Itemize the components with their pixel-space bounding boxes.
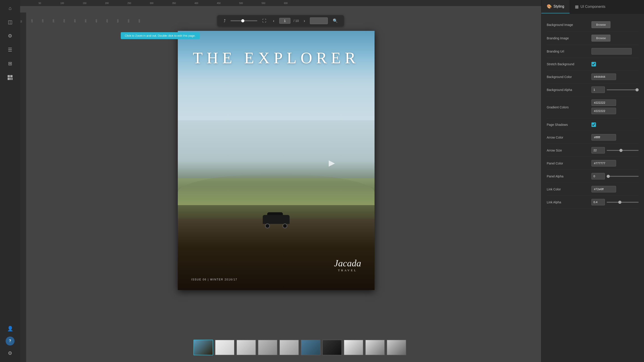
panel-content: Background Image Browse Branding Image B… [541, 14, 644, 213]
tooltip-banner: Click to Zoom in and out. Double click t… [121, 32, 200, 39]
background-alpha-slider[interactable] [607, 89, 639, 90]
background-alpha-number[interactable] [592, 86, 605, 93]
control-background-color [592, 73, 639, 80]
zoom-slider-thumb[interactable] [241, 19, 244, 22]
search-input[interactable] [310, 17, 328, 24]
control-arrow-size [592, 147, 639, 153]
ruler-left: 50100150200250 300350400450500 550600 [20, 12, 26, 362]
tab-ui-components[interactable]: ▦ UI Components [570, 0, 611, 13]
thumbnail-7[interactable] [344, 340, 363, 355]
prev-page-button[interactable]: ‹ [271, 18, 276, 24]
canvas-area[interactable]: 50100150200250 300350400450500 550600 ⤴ … [20, 6, 541, 362]
left-sidebar: ⌂ ◫ ⚙ ☰ ⊞ 👤 ? ⚙ [0, 0, 20, 362]
thumbnail-8[interactable] [365, 340, 385, 355]
help-icon[interactable]: ? [6, 337, 14, 346]
label-branding-url: Branding Url [547, 50, 592, 53]
control-gradient-colors [592, 99, 639, 115]
zoom-slider-track[interactable] [230, 20, 258, 21]
svg-rect-2 [8, 78, 10, 80]
thumbnail-0[interactable] [194, 340, 213, 355]
label-stretch-background: Stretch Background [547, 62, 592, 66]
row-gradient-colors: Gradient Colors [547, 96, 639, 118]
stretch-background-checkbox[interactable] [592, 62, 596, 66]
panel-alpha-number[interactable] [592, 173, 605, 179]
label-gradient-colors: Gradient Colors [547, 105, 592, 109]
tab-ui-components-label: UI Components [580, 5, 605, 9]
ui-components-tab-icon: ▦ [575, 4, 579, 9]
styling-tab-icon: 🎨 [547, 4, 552, 9]
panel-color-input[interactable] [592, 160, 616, 166]
next-page-button[interactable]: › [302, 18, 307, 24]
control-panel-color [592, 160, 639, 166]
search-button[interactable]: 🔍 [331, 17, 340, 24]
arrow-color-input[interactable] [592, 134, 616, 141]
browse-background-image-button[interactable]: Browse [592, 21, 610, 28]
control-branding-url [592, 48, 639, 54]
svg-rect-0 [8, 75, 10, 77]
label-background-alpha: Background Alpha [547, 88, 592, 92]
magazine-container[interactable]: THE EXPLORER Jacada TRAVEL ISSUE 06 | WI… [178, 31, 374, 290]
magazine-logo: Jacada TRAVEL [334, 258, 361, 272]
settings-icon[interactable]: ⚙ [4, 30, 16, 42]
background-color-input[interactable] [592, 73, 616, 80]
right-panel: 🎨 Styling ▦ UI Components Background Ima… [541, 0, 644, 362]
control-panel-alpha [592, 173, 639, 179]
next-arrow-button[interactable]: ▶ [329, 158, 335, 168]
thumbnail-3[interactable] [258, 340, 278, 355]
magazine-issue: ISSUE 06 | WINTER 2016/17 [191, 278, 238, 281]
thumbnail-1[interactable] [215, 340, 234, 355]
menu-icon[interactable]: ☰ [4, 44, 16, 56]
page-shadows-checkbox[interactable] [592, 122, 596, 127]
control-link-alpha [592, 199, 639, 205]
control-page-shadows [592, 122, 639, 127]
tab-styling[interactable]: 🎨 Styling [541, 0, 570, 13]
row-page-shadows: Page Shadows [547, 118, 639, 131]
thumbnail-4[interactable] [279, 340, 299, 355]
label-background-color: Background Color [547, 75, 592, 79]
label-link-color: Link Color [547, 187, 592, 191]
magazine-page: THE EXPLORER Jacada TRAVEL ISSUE 06 | WI… [178, 31, 374, 290]
share-button[interactable]: ⤴ [222, 18, 228, 24]
branding-url-input[interactable] [592, 48, 632, 54]
link-color-input[interactable] [592, 186, 616, 192]
row-panel-color: Panel Color [547, 157, 639, 170]
control-stretch-background [592, 62, 639, 66]
thumbnail-5[interactable] [301, 340, 320, 355]
thumbnail-6[interactable] [322, 340, 342, 355]
svg-rect-1 [10, 75, 12, 77]
control-background-alpha [592, 86, 639, 93]
label-link-alpha: Link Alpha [547, 200, 592, 204]
gradient-color-1-input[interactable] [592, 99, 616, 106]
gradient-color-2-input[interactable] [592, 108, 616, 114]
link-alpha-slider[interactable] [607, 202, 639, 203]
tab-styling-label: Styling [554, 4, 564, 8]
page-number-input[interactable] [279, 18, 290, 24]
row-branding-image: Branding Image Browse [547, 31, 639, 45]
row-branding-url: Branding Url [547, 45, 639, 58]
thumbnail-9[interactable] [386, 340, 406, 355]
control-branding-image: Browse [592, 35, 639, 41]
zoom-control [230, 20, 258, 21]
thumbnail-2[interactable] [236, 340, 256, 355]
home-icon[interactable]: ⌂ [4, 2, 16, 14]
label-branding-image: Branding Image [547, 36, 592, 40]
link-alpha-number[interactable] [592, 199, 605, 205]
arrow-size-slider[interactable] [607, 150, 639, 151]
panel-alpha-slider[interactable] [607, 176, 639, 177]
row-panel-alpha: Panel Alpha [547, 170, 639, 183]
row-background-image: Background Image Browse [547, 18, 639, 31]
ruler-top: 50 100 150 200 250 300 350 400 450 500 5… [20, 0, 541, 6]
panel-tabs: 🎨 Styling ▦ UI Components [541, 0, 644, 14]
data-icon[interactable] [4, 71, 16, 84]
row-link-color: Link Color [547, 183, 639, 196]
control-arrow-color [592, 134, 639, 141]
label-background-image: Background Image [547, 23, 592, 26]
label-page-shadows: Page Shadows [547, 123, 592, 126]
browse-branding-image-button[interactable]: Browse [592, 35, 610, 41]
layers-icon[interactable]: ◫ [4, 16, 16, 28]
arrow-size-number[interactable] [592, 147, 605, 153]
user-icon[interactable]: 👤 [4, 323, 16, 335]
grid-icon[interactable]: ⊞ [4, 58, 16, 70]
fit-button[interactable]: ⛶ [260, 18, 268, 24]
build-icon[interactable]: ⚙ [4, 347, 16, 359]
